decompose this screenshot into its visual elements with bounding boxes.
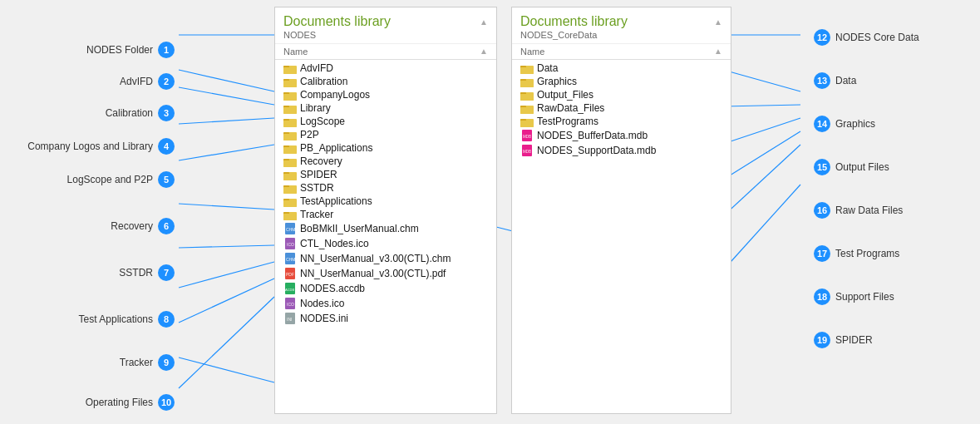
item-name: TestPrograms <box>537 116 598 127</box>
list-item[interactable]: ACDB NODES.accdb <box>275 281 496 296</box>
item-name: NN_UserManual_v3.00(CTL).chm <box>300 253 451 264</box>
item-name: TestApplications <box>300 195 372 207</box>
ini-file-icon: INI <box>283 312 297 325</box>
list-item[interactable]: Tracker <box>275 208 496 221</box>
list-item[interactable]: TestPrograms <box>512 115 731 128</box>
item-name: Calibration <box>300 76 347 87</box>
list-item[interactable]: Calibration <box>275 75 496 88</box>
svg-text:ICO: ICO <box>287 302 294 307</box>
svg-text:PDF: PDF <box>286 272 294 277</box>
item-name: NODES.ini <box>300 313 348 324</box>
item-name: Data <box>537 62 558 74</box>
right-badge-12: 12 <box>814 29 830 46</box>
svg-rect-42 <box>283 160 297 167</box>
right-label-item-17: 17 Test Programs <box>814 245 980 262</box>
list-item[interactable]: Data <box>512 62 731 75</box>
item-name: PB_Applications <box>300 142 372 154</box>
folder-icon <box>283 63 297 74</box>
mdb-file-icon2: MDB <box>520 144 534 157</box>
list-item[interactable]: CHM NN_UserManual_v3.00(CTL).chm <box>275 251 496 266</box>
list-item[interactable]: P2P <box>275 128 496 141</box>
list-item[interactable]: Graphics <box>512 75 731 88</box>
list-item[interactable]: SSTDR <box>275 181 496 195</box>
list-item[interactable]: RawData_Files <box>512 101 731 115</box>
svg-rect-21 <box>283 67 297 74</box>
svg-text:CHM: CHM <box>286 227 295 232</box>
left-panel-subtitle: NODES <box>283 30 488 40</box>
list-item[interactable]: ICO CTL_Nodes.ico <box>275 236 496 251</box>
list-item[interactable]: CHM BoBMkII_UserManual.chm <box>275 221 496 236</box>
left-panel-title: Documents library ▲ <box>283 14 488 29</box>
right-panel-title: Documents library ▲ <box>520 14 722 29</box>
label-item-10: Operating Files 10 <box>0 394 175 411</box>
list-item[interactable]: MDB NODES_BufferData.mdb <box>512 128 731 143</box>
list-item[interactable]: PDF NN_UserManual_v3.00(CTL).pdf <box>275 266 496 281</box>
list-item[interactable]: MDB NODES_SupportData.mdb <box>512 143 731 158</box>
list-item[interactable]: LogScope <box>275 115 496 128</box>
svg-rect-51 <box>283 200 297 207</box>
badge-1: 1 <box>158 42 175 58</box>
item-name: Output_Files <box>537 89 593 101</box>
svg-line-1 <box>179 70 274 91</box>
right-badge-15: 15 <box>814 159 830 175</box>
folder-icon <box>283 156 297 167</box>
right-label-text-17: Test Programs <box>835 248 899 259</box>
right-explorer-panel: Documents library ▲ NODES_CoreData Name … <box>511 7 731 414</box>
left-panel-col-header: Name ▲ <box>275 44 496 60</box>
label-item-6: Recovery 6 <box>0 218 175 234</box>
label-text-6: Recovery <box>111 220 153 232</box>
item-name: Library <box>300 102 331 114</box>
mdb-file-icon: MDB <box>520 129 534 142</box>
folder-icon <box>283 170 297 180</box>
item-name: Graphics <box>537 76 577 87</box>
folder-icon <box>283 103 297 114</box>
svg-rect-48 <box>283 187 297 194</box>
svg-text:MDB: MDB <box>523 135 531 139</box>
ico-file-icon: ICO <box>283 237 297 250</box>
right-panel-arrow: ▲ <box>714 17 722 27</box>
svg-text:MDB: MDB <box>523 150 531 154</box>
svg-rect-74 <box>520 81 534 87</box>
svg-line-12 <box>723 70 800 91</box>
item-name: NODES_BufferData.mdb <box>537 130 648 141</box>
item-name: SPIDER <box>300 169 337 180</box>
right-label-text-15: Output Files <box>835 161 889 173</box>
list-item[interactable]: Output_Files <box>512 88 731 101</box>
svg-rect-39 <box>283 147 297 154</box>
list-item[interactable]: CompanyLogos <box>275 88 496 101</box>
svg-line-13 <box>723 105 800 106</box>
label-item-7: SSTDR 7 <box>0 264 175 281</box>
list-item[interactable]: Recovery <box>275 155 496 168</box>
label-item-1: NODES Folder 1 <box>0 42 175 58</box>
badge-2: 2 <box>158 73 175 90</box>
list-item[interactable]: SPIDER <box>275 168 496 181</box>
list-item[interactable]: ICO Nodes.ico <box>275 296 496 311</box>
item-name: NN_UserManual_v3.00(CTL).pdf <box>300 268 446 279</box>
svg-rect-45 <box>283 174 297 180</box>
svg-rect-24 <box>283 81 297 87</box>
label-text-3: Calibration <box>106 107 153 119</box>
right-label-item-13: 13 Data <box>814 72 980 89</box>
svg-line-14 <box>723 118 800 144</box>
chm-file-icon: CHM <box>283 222 297 235</box>
list-item[interactable]: AdvIFD <box>275 62 496 75</box>
item-name: Recovery <box>300 155 342 167</box>
main-container: NODES Folder 1 AdvIFD 2 Calibration 3 Co… <box>0 0 980 424</box>
item-name: BoBMkII_UserManual.chm <box>300 223 419 234</box>
badge-7: 7 <box>158 264 175 281</box>
svg-rect-27 <box>283 94 297 101</box>
item-name: AdvIFD <box>300 62 333 74</box>
right-label-text-19: SPIDER <box>835 334 873 346</box>
badge-3: 3 <box>158 105 175 121</box>
list-item[interactable]: Library <box>275 101 496 115</box>
list-item[interactable]: TestApplications <box>275 195 496 208</box>
right-badge-18: 18 <box>814 288 830 305</box>
svg-rect-54 <box>283 214 297 220</box>
list-item[interactable]: PB_Applications <box>275 141 496 155</box>
item-name: Nodes.ico <box>300 298 344 309</box>
right-label-text-14: Graphics <box>835 118 875 130</box>
folder-icon <box>520 76 534 87</box>
right-label-item-16: 16 Raw Data Files <box>814 202 980 219</box>
svg-line-7 <box>179 262 274 288</box>
list-item[interactable]: INI NODES.ini <box>275 311 496 326</box>
